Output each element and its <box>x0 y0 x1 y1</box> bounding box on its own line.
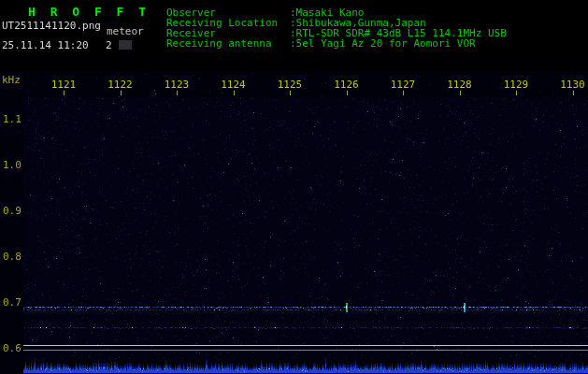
x-axis-label: 1126 <box>333 79 361 91</box>
y-axis-label: 0.9 <box>3 205 22 217</box>
cursor-block <box>119 40 132 50</box>
app-title: H R O F F T <box>28 5 150 19</box>
x-axis-label: 1130 <box>559 79 587 91</box>
y-axis-label: 0.7 <box>3 296 22 309</box>
y-axis-label: 0.6 <box>3 342 22 354</box>
y-axis-label: 1.1 <box>3 113 22 125</box>
counter-label: 2 <box>106 39 112 51</box>
x-axis-tick <box>177 91 178 95</box>
y-axis-label: 0.8 <box>3 251 22 263</box>
x-axis-label: 1125 <box>276 79 304 91</box>
x-axis-tick <box>403 91 404 95</box>
x-axis-tick <box>234 91 235 95</box>
datetime-label: 25.11.14 11:20 <box>2 39 89 51</box>
x-axis-tick <box>347 91 348 95</box>
x-axis-label: 1122 <box>107 79 135 91</box>
field-value-antenna: :5el Yagi Az 20 for Aomori VOR <box>290 37 476 50</box>
x-axis-tick <box>64 91 65 95</box>
field-label-antenna: Receiving antenna <box>166 37 272 50</box>
spectrogram-canvas <box>0 0 588 374</box>
output-filename: UT2511141120.png <box>2 20 101 32</box>
x-axis-label: 1124 <box>220 79 248 91</box>
x-axis-tick <box>121 91 122 95</box>
x-axis-tick <box>460 91 461 95</box>
x-axis-label: 1129 <box>502 79 530 91</box>
x-axis-tick <box>573 91 574 95</box>
x-axis-label: 1123 <box>163 79 191 91</box>
mode-label: meteor <box>107 25 144 37</box>
x-axis-tick <box>290 91 291 95</box>
x-axis-label: 1121 <box>50 79 78 91</box>
x-axis-label: 1127 <box>389 79 417 91</box>
y-axis-label: 1.0 <box>3 159 22 171</box>
x-axis-label: 1128 <box>446 79 474 91</box>
y-axis-unit: kHz <box>2 74 21 86</box>
x-axis-tick <box>516 91 517 95</box>
hrofft-screen: H R O F F T UT2511141120.png meteor 25.1… <box>0 0 588 374</box>
